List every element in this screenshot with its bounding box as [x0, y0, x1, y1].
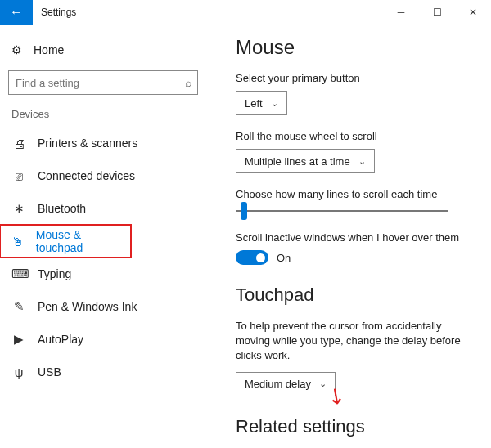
usb-icon: ψ — [11, 365, 26, 379]
sidebar-item-label: Typing — [38, 267, 71, 280]
window-title: Settings — [41, 7, 76, 18]
touchpad-desc: To help prevent the cursor from accident… — [236, 319, 475, 364]
sidebar-home[interactable]: ⚙ Home — [0, 34, 206, 65]
search-input[interactable] — [8, 70, 198, 95]
chevron-down-icon: ⌄ — [319, 379, 327, 389]
roll-wheel-select[interactable]: Multiple lines at a time ⌄ — [236, 149, 375, 173]
pen-icon: ✎ — [11, 299, 26, 314]
maximize-icon: ☐ — [433, 7, 442, 18]
roll-wheel-label: Roll the mouse wheel to scroll — [236, 130, 475, 142]
sidebar-item-autoplay[interactable]: ▶ AutoPlay — [0, 323, 206, 356]
sidebar-item-label: Mouse & touchpad — [36, 228, 119, 254]
close-icon: ✕ — [469, 7, 477, 18]
sidebar-item-bluetooth[interactable]: ∗ Bluetooth — [0, 192, 206, 225]
content: Mouse Select your primary button Left ⌄ … — [206, 25, 491, 448]
inactive-windows-label: Scroll inactive windows when I hover ove… — [236, 231, 475, 244]
primary-button-value: Left — [245, 97, 263, 110]
keyboard-icon: ⌨ — [11, 267, 26, 281]
sidebar: ⚙ Home ⌕ Devices 🖨 Printers & scanners ⎚… — [0, 25, 206, 448]
roll-wheel-value: Multiple lines at a time — [245, 155, 350, 168]
touchpad-delay-value: Medium delay — [245, 378, 311, 390]
sidebar-item-mouse[interactable]: 🖱 Mouse & touchpad — [0, 225, 131, 258]
lines-scroll-slider[interactable] — [236, 210, 448, 212]
minimize-button[interactable]: ─ — [383, 0, 419, 25]
titlebar: ← Settings ─ ☐ ✕ — [0, 0, 491, 25]
primary-button-select[interactable]: Left ⌄ — [236, 91, 287, 115]
sidebar-home-label: Home — [34, 43, 64, 56]
gear-icon: ⚙ — [11, 43, 22, 56]
sidebar-item-usb[interactable]: ψ USB — [0, 356, 206, 388]
maximize-button[interactable]: ☐ — [419, 0, 455, 25]
primary-button-label: Select your primary button — [236, 72, 475, 84]
back-button[interactable]: ← — [0, 0, 33, 25]
window-controls: ─ ☐ ✕ — [383, 0, 491, 25]
sidebar-section-label: Devices — [0, 103, 206, 127]
mouse-heading: Mouse — [236, 36, 475, 59]
sidebar-item-label: Connected devices — [38, 169, 135, 182]
search-icon: ⌕ — [185, 76, 191, 89]
slider-thumb[interactable] — [241, 202, 247, 220]
touchpad-heading: Touchpad — [236, 284, 475, 306]
lines-scroll-label: Choose how many lines to scroll each tim… — [236, 188, 475, 200]
devices-icon: ⎚ — [11, 169, 26, 183]
sidebar-item-connected[interactable]: ⎚ Connected devices — [0, 159, 206, 192]
sidebar-item-label: Bluetooth — [38, 202, 86, 215]
touchpad-delay-select[interactable]: Medium delay ⌄ — [236, 372, 336, 396]
sidebar-item-typing[interactable]: ⌨ Typing — [0, 258, 206, 290]
sidebar-item-label: Pen & Windows Ink — [38, 300, 137, 313]
autoplay-icon: ▶ — [11, 332, 26, 347]
printer-icon: 🖨 — [11, 137, 26, 150]
sidebar-item-pen[interactable]: ✎ Pen & Windows Ink — [0, 290, 206, 323]
inactive-windows-toggle[interactable] — [236, 250, 268, 265]
chevron-down-icon: ⌄ — [271, 98, 278, 109]
chevron-down-icon: ⌄ — [358, 156, 366, 167]
close-button[interactable]: ✕ — [455, 0, 491, 25]
sidebar-item-label: USB — [38, 365, 61, 379]
related-heading: Related settings — [236, 416, 475, 437]
inactive-windows-state: On — [277, 252, 291, 264]
sidebar-item-label: Printers & scanners — [38, 137, 137, 150]
sidebar-item-label: AutoPlay — [38, 333, 83, 346]
mouse-icon: 🖱 — [11, 235, 25, 249]
arrow-left-icon: ← — [10, 5, 23, 20]
toggle-knob — [256, 253, 265, 262]
bluetooth-icon: ∗ — [11, 201, 26, 216]
sidebar-item-printers[interactable]: 🖨 Printers & scanners — [0, 127, 206, 159]
minimize-icon: ─ — [398, 7, 405, 18]
